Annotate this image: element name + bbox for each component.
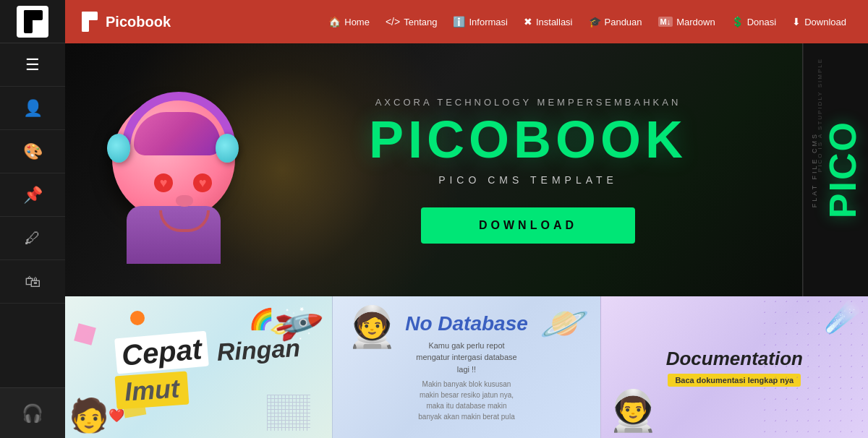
hero-right-panel: FLAT FILE CMS PICO PICO IS A STUPIDLY SI…: [803, 43, 868, 296]
code-icon: </>: [386, 16, 400, 27]
user-icon: 👤: [23, 99, 43, 118]
sidebar-item-pin[interactable]: 📌: [0, 173, 65, 217]
headphone-left: [107, 134, 130, 163]
nav-item-panduan[interactable]: 🎓 Panduan: [582, 12, 650, 32]
nav-item-tentang[interactable]: </> Tentang: [378, 12, 445, 32]
sidebar-item-menu[interactable]: ☰: [0, 43, 65, 87]
no-database-subtitle: Kamu gak perlu repotmengatur intergasi d…: [416, 340, 516, 376]
nav-item-home[interactable]: 🏠 Home: [321, 12, 377, 32]
nav-brand[interactable]: Picobook: [80, 12, 171, 32]
character-nose: [176, 195, 193, 207]
nav-item-mardown[interactable]: M↓ Mardown: [651, 12, 723, 32]
stamp-icon: 🖊: [25, 229, 41, 248]
hero-download-button[interactable]: DOWNLOAD: [421, 207, 635, 244]
card-text-cepat: Cepat: [114, 331, 209, 374]
no-database-body: Makin banyak blok kususanmakin besar res…: [418, 379, 514, 422]
no-database-title: No Database: [405, 312, 528, 335]
character-hair: [134, 112, 221, 155]
hero-title: PICOBOOK: [369, 113, 687, 166]
card-2-content: No Database Kamu gak perlu repotmengatur…: [333, 296, 600, 438]
picobook-logo-icon: [80, 12, 100, 32]
nav-item-download[interactable]: ⬇ Download: [785, 12, 854, 32]
hex-pattern: [760, 296, 868, 438]
download-icon: ⬇: [792, 16, 801, 27]
hero-content: AXCORA TECHNOLOGY MEMPERSEMBAHKAN PICOBO…: [282, 82, 803, 258]
hero-section: AXCORA TECHNOLOGY MEMPERSEMBAHKAN PICOBO…: [65, 43, 868, 296]
sidebar-logo[interactable]: [0, 0, 65, 43]
card-documentation[interactable]: 👨‍🚀 ☄️ Documentation Baca dokumentasi le…: [600, 296, 868, 438]
card-text-imut: Imut: [115, 372, 190, 410]
hero-tagline: PICO CMS TEMPLATE: [438, 174, 618, 186]
nav-item-installasi[interactable]: ✖ Installasi: [516, 12, 580, 32]
headphone-right: [216, 134, 239, 163]
sidebar-item-headphones[interactable]: 🎧: [0, 387, 65, 438]
card-cepat[interactable]: 🚀 🌈 🧑 ❤️ Cepat Ringan Imut: [65, 296, 332, 438]
card-no-database[interactable]: 🧑‍🚀 🪐 No Database Kamu gak perlu repotme…: [332, 296, 600, 438]
sidebar-item-palette[interactable]: 🎨: [0, 130, 65, 173]
info-icon: ℹ️: [453, 16, 465, 27]
nav-brand-name: Picobook: [106, 14, 171, 30]
cards-section: 🚀 🌈 🧑 ❤️ Cepat Ringan Imut 🧑‍🚀 🪐 No Data…: [65, 296, 868, 438]
menu-icon: ☰: [25, 56, 40, 74]
pin-icon: 📌: [23, 186, 43, 205]
svg-rect-1: [24, 10, 43, 20]
logo-icon: [17, 6, 48, 38]
donate-icon: 💲: [731, 16, 744, 27]
md-icon: M↓: [658, 17, 673, 27]
sidebar-item-stamp[interactable]: 🖊: [0, 217, 65, 260]
main-content: Picobook 🏠 Home </> Tentang ℹ️ Informasi…: [65, 0, 868, 438]
card-1-content: Cepat Ringan Imut: [65, 296, 332, 438]
home-icon: 🏠: [328, 16, 341, 27]
hero-vertical-text-simple: PICO IS A STUPIDLY SIMPLE: [817, 58, 823, 172]
tools-icon: ✖: [524, 16, 532, 27]
sidebar: ☰ 👤 🎨 📌 🖊 🛍 🎧: [0, 0, 65, 438]
graduation-icon: 🎓: [589, 16, 601, 27]
nav-item-informasi[interactable]: ℹ️ Informasi: [446, 12, 514, 32]
card-text-ringan: Ringan: [210, 332, 307, 373]
character-wrapper: [101, 76, 246, 264]
bag-icon: 🛍: [25, 272, 41, 291]
headphones-icon: 🎧: [22, 403, 43, 424]
hero-divider: [802, 43, 803, 296]
sidebar-item-bag[interactable]: 🛍: [0, 260, 65, 304]
svg-rect-3: [82, 12, 98, 20]
nav-item-donasi[interactable]: 💲 Donasi: [724, 12, 783, 32]
topnav: Picobook 🏠 Home </> Tentang ℹ️ Informasi…: [65, 0, 868, 43]
palette-icon: 🎨: [23, 142, 43, 161]
sidebar-item-user[interactable]: 👤: [0, 87, 65, 130]
character-eye-right: [193, 173, 212, 192]
hero-vertical-pico: PICO: [821, 121, 864, 218]
character-eye-left: [154, 173, 173, 192]
nav-items: 🏠 Home </> Tentang ℹ️ Informasi ✖ Instal…: [185, 12, 854, 32]
hero-subtitle: AXCORA TECHNOLOGY MEMPERSEMBAHKAN: [375, 97, 681, 108]
hero-character: [65, 43, 282, 296]
